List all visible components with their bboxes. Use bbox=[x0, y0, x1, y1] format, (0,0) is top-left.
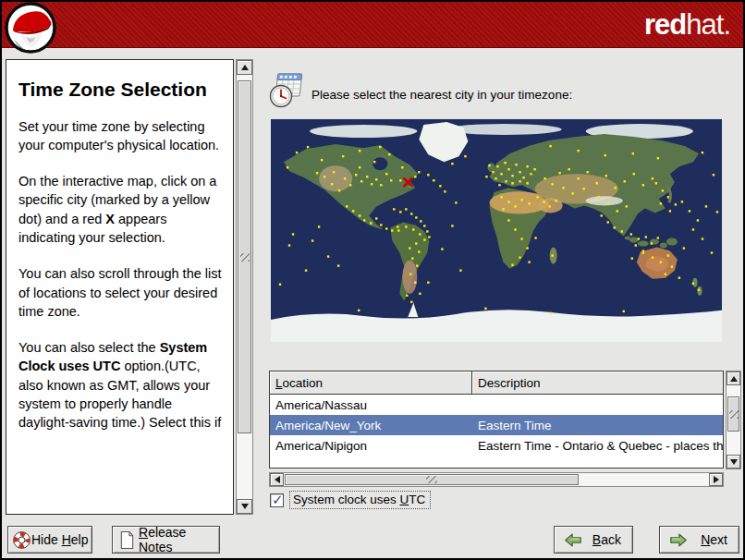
thumb-grip-icon bbox=[729, 410, 739, 419]
arrow-up-icon bbox=[241, 65, 249, 70]
calendar-clock-icon bbox=[267, 71, 306, 110]
checkmark-icon: ✓ bbox=[272, 492, 284, 508]
installer-window: redhat. Time Zone Selection Set your tim… bbox=[0, 0, 745, 560]
help-panel: Time Zone Selection Set your time zone b… bbox=[6, 59, 234, 515]
timezone-map[interactable] bbox=[271, 119, 722, 342]
redhat-shadowman-logo-icon bbox=[5, 2, 57, 55]
utc-checkbox-label[interactable]: System clock uses UTC bbox=[289, 491, 431, 509]
wordmark-bold: red bbox=[644, 8, 686, 41]
arrow-down-icon bbox=[730, 459, 738, 465]
back-arrow-icon bbox=[564, 532, 582, 548]
table-hscrollbar[interactable] bbox=[269, 472, 724, 487]
release-notes-label: Release Notes bbox=[139, 525, 219, 554]
help-scroll-thumb[interactable] bbox=[238, 80, 251, 433]
table-row[interactable]: America/Nassau bbox=[270, 395, 723, 415]
thumb-grip-icon bbox=[240, 253, 250, 262]
next-label: Next bbox=[701, 532, 727, 547]
table-scroll-up-button[interactable] bbox=[727, 371, 740, 385]
back-button[interactable]: Back bbox=[554, 526, 633, 554]
arrow-up-icon bbox=[730, 376, 738, 382]
help-paragraph: You can also scroll through the list of … bbox=[18, 264, 226, 321]
arrow-left-icon bbox=[275, 476, 280, 483]
hide-help-button[interactable]: Hide Help bbox=[7, 526, 92, 554]
next-button[interactable]: Next bbox=[659, 526, 739, 554]
help-title: Time Zone Selection bbox=[18, 75, 226, 104]
arrow-right-icon bbox=[714, 476, 719, 483]
redhat-wordmark: redhat. bbox=[644, 7, 730, 43]
help-paragraphs: Set your time zone by selecting your com… bbox=[18, 117, 226, 432]
table-vscrollbar[interactable] bbox=[726, 371, 741, 469]
wordmark-light: hat. bbox=[686, 8, 730, 41]
next-arrow-icon bbox=[669, 532, 688, 548]
table-row[interactable]: America/NipigonEastern Time - Ontario & … bbox=[270, 435, 723, 456]
thumb-grip-icon bbox=[426, 476, 437, 483]
life-buoy-icon bbox=[12, 530, 31, 550]
column-header-location[interactable]: Location bbox=[270, 371, 472, 394]
table-scroll-down-button[interactable] bbox=[727, 455, 740, 469]
timezone-table: Location Description America/NassauAmeri… bbox=[269, 371, 724, 469]
table-header: Location Description bbox=[270, 371, 723, 395]
table-hscroll-thumb[interactable] bbox=[285, 474, 579, 485]
utc-option-row: ✓ System clock uses UTC bbox=[270, 491, 431, 509]
help-scroll-up-button[interactable] bbox=[237, 60, 252, 75]
help-paragraph: Set your time zone by selecting your com… bbox=[18, 117, 226, 155]
instruction-text: Please select the nearest city in your t… bbox=[311, 88, 572, 102]
help-paragraph: On the interactive map, click on a speci… bbox=[18, 172, 226, 247]
release-notes-button[interactable]: Release Notes bbox=[112, 526, 220, 554]
column-header-description[interactable]: Description bbox=[472, 371, 723, 394]
hide-help-label: Hide Help bbox=[31, 532, 89, 547]
timezone-rows: America/NassauAmerica/New_YorkEastern Ti… bbox=[270, 395, 723, 456]
help-scrollbar[interactable] bbox=[236, 59, 253, 515]
header-banner: redhat. bbox=[2, 2, 743, 48]
table-scroll-right-button[interactable] bbox=[709, 473, 723, 486]
utc-checkbox[interactable]: ✓ bbox=[270, 493, 284, 507]
arrow-down-icon bbox=[241, 504, 249, 509]
document-icon bbox=[118, 530, 136, 550]
table-row[interactable]: America/New_YorkEastern Time bbox=[270, 415, 723, 435]
help-scroll-down-button[interactable] bbox=[237, 499, 252, 514]
help-paragraph: You can also select the System Clock use… bbox=[18, 338, 226, 432]
table-scroll-left-button[interactable] bbox=[270, 473, 284, 486]
back-label: Back bbox=[592, 532, 621, 547]
table-vscroll-thumb[interactable] bbox=[727, 396, 739, 432]
